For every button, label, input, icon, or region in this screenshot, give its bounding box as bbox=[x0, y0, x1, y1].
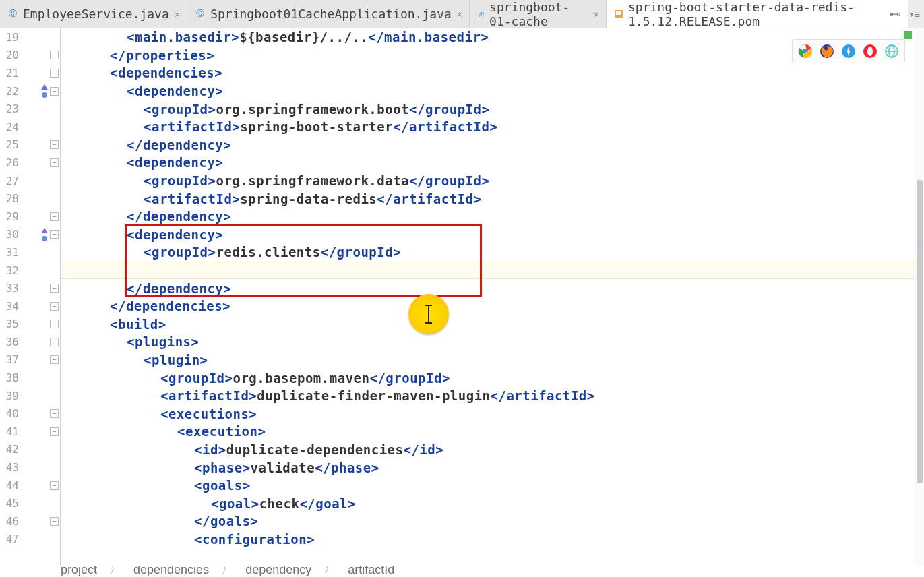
fold-toggle-icon[interactable]: − bbox=[50, 230, 59, 239]
tab-employeeservice[interactable]: Ⓒ EmployeeService.java × bbox=[0, 0, 187, 28]
line-number: 34 bbox=[0, 297, 24, 315]
code-line[interactable]: <id>duplicate-dependencies</id> bbox=[61, 441, 924, 459]
scrollbar-thumb[interactable] bbox=[917, 180, 923, 483]
code-line[interactable]: <groupId>org.springframework.data</group… bbox=[61, 172, 924, 190]
opera-icon[interactable] bbox=[861, 42, 879, 60]
gutter-cell: − bbox=[28, 315, 60, 334]
code-line[interactable]: <phase>validate</phase> bbox=[61, 458, 924, 477]
inspection-status-icon[interactable] bbox=[904, 31, 912, 39]
line-number: 46 bbox=[0, 512, 24, 530]
fold-toggle-icon[interactable]: − bbox=[50, 158, 59, 167]
fold-toggle-icon[interactable]: − bbox=[50, 140, 59, 149]
line-number: 45 bbox=[0, 494, 24, 512]
code-line[interactable]: <artifactId>spring-boot-starter</artifac… bbox=[61, 118, 924, 136]
code-line[interactable]: <goal>check</goal> bbox=[61, 494, 924, 512]
svg-rect-2 bbox=[616, 13, 621, 15]
implement-method-icon[interactable] bbox=[41, 228, 48, 241]
gutter-cell bbox=[28, 100, 60, 118]
fold-toggle-icon[interactable]: − bbox=[50, 87, 59, 96]
code-editor[interactable]: 1920212223242526272829303132333435363738… bbox=[0, 28, 924, 566]
code-line[interactable]: </dependency> bbox=[61, 208, 924, 226]
code-line[interactable]: <build> bbox=[61, 315, 924, 334]
code-line[interactable]: </goals> bbox=[61, 512, 924, 530]
implement-method-icon[interactable] bbox=[41, 84, 48, 98]
line-number: 41 bbox=[0, 423, 24, 441]
line-number: 47 bbox=[0, 530, 24, 549]
line-number: 19 bbox=[0, 28, 24, 47]
line-number-gutter: 1920212223242526272829303132333435363738… bbox=[0, 28, 28, 566]
breadcrumb-item[interactable]: artifactId bbox=[348, 566, 394, 577]
fold-toggle-icon[interactable]: − bbox=[50, 517, 59, 526]
code-line[interactable]: <plugins> bbox=[61, 333, 924, 351]
gutter-cell bbox=[28, 172, 60, 190]
code-line[interactable]: <executions> bbox=[61, 404, 924, 423]
pom-file-icon bbox=[613, 8, 624, 20]
pin-icon[interactable]: ⊷ bbox=[889, 7, 901, 21]
line-number: 25 bbox=[0, 136, 24, 154]
code-line[interactable]: <artifactId>spring-data-redis</artifactI… bbox=[61, 189, 924, 208]
code-line[interactable]: <plugin> bbox=[61, 351, 924, 369]
code-line[interactable]: <groupId>org.springframework.boot</group… bbox=[61, 100, 924, 118]
firefox-icon[interactable] bbox=[818, 42, 836, 60]
code-line[interactable]: </dependencies> bbox=[61, 297, 924, 315]
gutter-cell bbox=[28, 494, 60, 512]
tab-springboot-01-cache[interactable]: m springboot-01-cache × bbox=[470, 0, 607, 28]
fold-toggle-icon[interactable]: − bbox=[50, 302, 59, 311]
code-line[interactable]: <dependency> bbox=[61, 154, 924, 172]
gutter-cell bbox=[28, 369, 60, 387]
default-browser-icon[interactable] bbox=[883, 42, 900, 60]
open-in-browser-panel bbox=[792, 39, 905, 63]
breadcrumb-item[interactable]: dependency bbox=[245, 566, 311, 577]
breadcrumb-item[interactable]: project bbox=[61, 566, 97, 577]
caret-line-highlight bbox=[61, 262, 924, 280]
vertical-scrollbar[interactable] bbox=[915, 28, 924, 566]
gutter-cell bbox=[28, 189, 60, 208]
fold-toggle-icon[interactable]: − bbox=[50, 284, 59, 293]
svg-point-10 bbox=[867, 47, 873, 56]
fold-toggle-icon[interactable]: − bbox=[50, 212, 59, 221]
fold-toggle-icon[interactable]: − bbox=[50, 427, 59, 436]
code-line[interactable]: <dependency> bbox=[61, 226, 924, 244]
fold-toggle-icon[interactable]: − bbox=[50, 338, 59, 346]
gutter-cell: − bbox=[28, 208, 60, 226]
code-line[interactable]: <groupId>org.basepom.maven</groupId> bbox=[61, 369, 924, 387]
code-line[interactable]: <dependencies> bbox=[61, 64, 924, 82]
close-icon[interactable]: × bbox=[175, 9, 180, 20]
maven-module-icon: m bbox=[476, 8, 485, 20]
chrome-icon[interactable] bbox=[797, 42, 814, 60]
editor-tabs: Ⓒ EmployeeService.java × Ⓒ Springboot01C… bbox=[0, 0, 924, 28]
code-line[interactable]: <configuration> bbox=[61, 530, 924, 549]
gutter-cell bbox=[28, 458, 60, 477]
safari-icon[interactable] bbox=[840, 42, 857, 60]
code-line[interactable]: <groupId>redis.clients</groupId> bbox=[61, 243, 924, 262]
tab-springboot01cacheapplication[interactable]: Ⓒ Springboot01CacheApplication.java × bbox=[187, 0, 470, 28]
line-number: 29 bbox=[0, 208, 24, 226]
fold-toggle-icon[interactable]: − bbox=[50, 51, 59, 59]
tab-overflow[interactable]: ▾≡ bbox=[908, 0, 924, 28]
code-line[interactable]: <dependency> bbox=[61, 82, 924, 100]
code-line[interactable]: <goals> bbox=[61, 477, 924, 495]
fold-toggle-icon[interactable]: − bbox=[50, 69, 59, 78]
line-number: 44 bbox=[0, 477, 24, 495]
gutter-cell bbox=[28, 28, 60, 47]
gutter-cell: − bbox=[28, 512, 60, 530]
close-icon[interactable]: × bbox=[594, 9, 599, 20]
fold-toggle-icon[interactable]: − bbox=[50, 320, 59, 328]
tab-pom-redis[interactable]: spring-boot-starter-data-redis-1.5.12.RE… bbox=[607, 0, 908, 28]
gutter-cell bbox=[28, 441, 60, 459]
line-number: 38 bbox=[0, 369, 24, 387]
fold-toggle-icon[interactable]: − bbox=[50, 481, 59, 490]
gutter-cell bbox=[28, 262, 60, 280]
fold-toggle-icon[interactable]: − bbox=[50, 355, 59, 364]
close-icon[interactable]: × bbox=[457, 9, 462, 20]
code-area[interactable]: <main.basedir>${basedir}/../..</main.bas… bbox=[61, 28, 924, 566]
code-line[interactable]: <artifactId>duplicate-finder-maven-plugi… bbox=[61, 387, 924, 405]
code-line[interactable]: </dependency> bbox=[61, 136, 924, 154]
code-line[interactable]: <execution> bbox=[61, 423, 924, 441]
gutter-cell bbox=[28, 118, 60, 136]
gutter-cell: − bbox=[28, 47, 60, 65]
breadcrumb-item[interactable]: dependencies bbox=[133, 566, 209, 577]
tab-label: springboot-01-cache bbox=[489, 0, 588, 28]
fold-toggle-icon[interactable]: − bbox=[50, 409, 59, 418]
code-line[interactable]: </dependency> bbox=[61, 279, 924, 297]
